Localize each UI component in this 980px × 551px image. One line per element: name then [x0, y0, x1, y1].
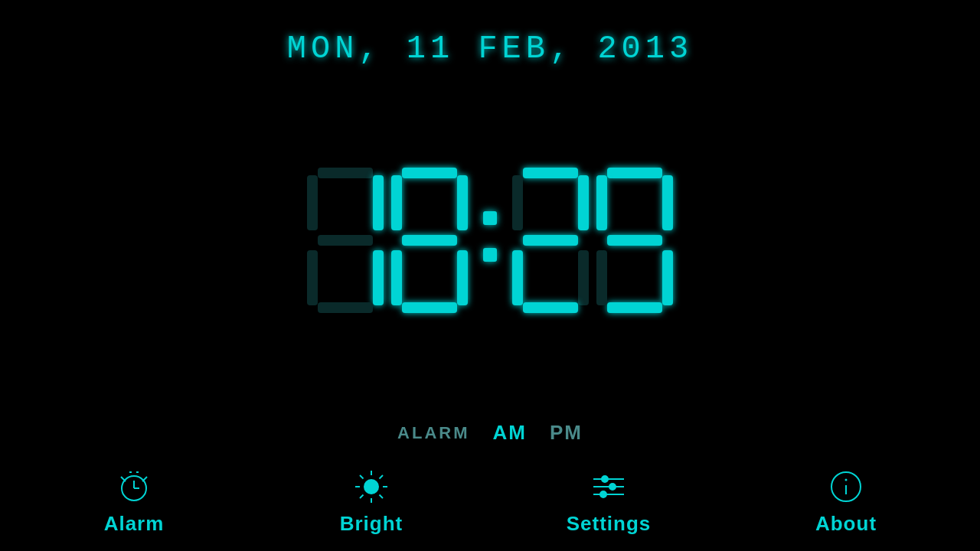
am-indicator[interactable]: AM	[493, 421, 527, 445]
about-label: About	[815, 512, 877, 536]
pm-indicator[interactable]: PM	[550, 421, 583, 445]
clock-area	[307, 52, 673, 429]
svg-point-24	[845, 479, 848, 481]
svg-point-17	[602, 476, 608, 482]
digit-3	[512, 168, 589, 313]
svg-point-7	[364, 480, 378, 494]
digit-4	[596, 168, 673, 313]
bright-label: Bright	[340, 512, 403, 536]
digit-1	[307, 168, 384, 313]
alarm-icon	[115, 468, 153, 506]
bottom-nav: Alarm Bright	[0, 460, 980, 551]
alarm-label: Alarm	[104, 512, 165, 536]
nav-item-alarm[interactable]: Alarm	[65, 468, 203, 536]
colon-separator	[475, 211, 505, 262]
nav-item-bright[interactable]: Bright	[302, 468, 440, 536]
nav-item-settings[interactable]: Settings	[540, 468, 678, 536]
svg-point-21	[600, 491, 606, 497]
nav-item-about[interactable]: About	[777, 468, 915, 536]
bright-icon	[352, 468, 390, 506]
settings-icon	[590, 468, 628, 506]
indicators: ALARM AM PM	[397, 421, 583, 445]
digit-2	[391, 168, 468, 313]
alarm-indicator: ALARM	[397, 423, 469, 443]
clock-display	[307, 168, 673, 313]
svg-line-14	[360, 495, 364, 499]
app-container: MON, 11 FEB, 2013	[0, 0, 980, 551]
svg-line-15	[380, 495, 384, 499]
about-icon	[827, 468, 865, 506]
svg-line-13	[380, 475, 384, 479]
svg-line-12	[360, 475, 364, 479]
settings-label: Settings	[567, 512, 652, 536]
svg-point-19	[609, 484, 616, 490]
